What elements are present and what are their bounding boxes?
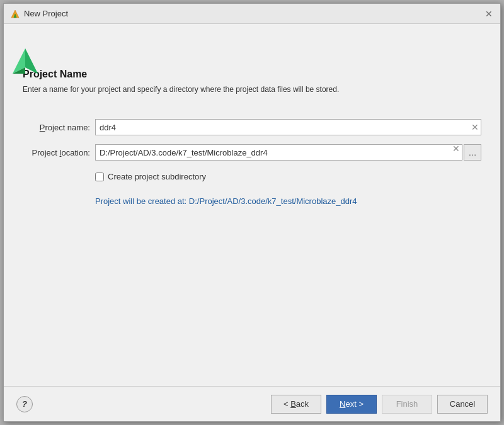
dialog-icon xyxy=(10,9,20,19)
project-path-value: D:/Project/AD/3.code/k7_test/Microblaze_… xyxy=(189,196,357,206)
dialog-footer: ? < Back Next > Finish Cancel xyxy=(4,386,500,421)
section-desc: Enter a name for your project and specif… xyxy=(23,85,350,94)
footer-left: ? xyxy=(16,396,33,412)
create-subdirectory-label: Create project subdirectory xyxy=(108,172,206,181)
project-name-row: Project name: ✕ xyxy=(23,119,481,135)
create-subdirectory-checkbox[interactable] xyxy=(95,173,104,181)
project-path-prefix: Project will be created at: xyxy=(95,196,189,206)
close-button[interactable]: ✕ xyxy=(484,9,494,19)
form-area: Project name: ✕ Project location: ✕ xyxy=(23,119,481,206)
finish-label: Finish xyxy=(396,399,418,409)
dialog-title: New Project xyxy=(24,9,68,18)
svg-marker-3 xyxy=(25,48,38,74)
cancel-button[interactable]: Cancel xyxy=(437,395,488,414)
new-project-dialog: New Project ✕ Project Name Enter a name … xyxy=(3,3,501,422)
project-location-label: Project location: xyxy=(23,148,95,157)
title-bar: New Project ✕ xyxy=(4,4,500,24)
xilinx-logo-icon xyxy=(10,46,40,76)
finish-button: Finish xyxy=(382,395,432,414)
project-location-clear-icon[interactable]: ✕ xyxy=(452,144,460,153)
back-button[interactable]: < Back xyxy=(271,395,321,414)
logo-area xyxy=(10,46,469,78)
project-location-row: Project location: ✕ … xyxy=(23,144,481,161)
back-label: < Back xyxy=(284,399,309,409)
footer-right: < Back Next > Finish Cancel xyxy=(271,395,488,414)
project-name-clear-icon[interactable]: ✕ xyxy=(471,123,479,132)
project-name-input[interactable] xyxy=(95,119,481,135)
next-button[interactable]: Next > xyxy=(326,395,377,414)
dialog-body: Project Name Enter a name for your proje… xyxy=(4,24,500,386)
project-path-info: Project will be created at: D:/Project/A… xyxy=(95,196,481,206)
cancel-label: Cancel xyxy=(450,399,475,409)
project-name-label: Project name: xyxy=(23,123,95,132)
checkbox-row: Create project subdirectory xyxy=(95,172,481,181)
project-location-input-wrapper: ✕ … xyxy=(95,144,481,161)
project-name-input-wrapper: ✕ xyxy=(95,119,481,135)
browse-button[interactable]: … xyxy=(464,144,481,161)
next-label: Next > xyxy=(340,399,364,409)
help-button[interactable]: ? xyxy=(16,396,33,412)
title-bar-left: New Project xyxy=(10,9,68,19)
project-location-input[interactable] xyxy=(95,144,462,161)
